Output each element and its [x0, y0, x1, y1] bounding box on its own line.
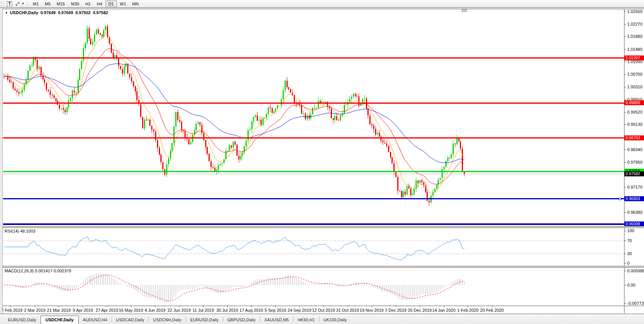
date-tick	[107, 306, 107, 307]
price-tick-label: 0.99130	[627, 122, 642, 127]
macd-tick-label: 0.005986	[627, 269, 644, 273]
rsi-indicator-label: RSI(14) 48.1003	[5, 229, 36, 233]
price-tick-tick	[624, 124, 626, 125]
macd-indicator-label: MACD(12,26,9) 0.001417 0.002379	[5, 269, 71, 273]
hline-0.97658[interactable]	[3, 171, 624, 172]
symbol-ohlc-header: ▼USDCHF,Daily0.976490.976690.975020.9758…	[5, 10, 110, 15]
tab-usdchf-daily[interactable]: USDCHF,Daily	[40, 316, 79, 324]
price-tick-tick	[624, 187, 626, 187]
rsi-tick-label: 70	[627, 238, 632, 243]
rsi-tick-tick	[624, 241, 626, 241]
date-tick	[251, 306, 252, 307]
tab-eurusd-daily[interactable]: EURUSD,Daily	[186, 316, 223, 324]
hline-0.96008[interactable]	[3, 223, 624, 225]
hline-0.99800[interactable]	[3, 103, 624, 104]
tab-usdcnh-daily[interactable]: USDCNH,Daily	[149, 316, 186, 324]
ohlc-high: 0.97669	[58, 10, 73, 15]
price-tick-tick	[624, 162, 626, 163]
price-badge-0.96803: 0.96803	[625, 196, 644, 201]
current-price-line-0.97582	[3, 174, 624, 174]
tab-xauusd-m5[interactable]: XAUUSD,M5	[260, 316, 293, 324]
macd-tick-label: 0.00	[627, 283, 635, 287]
date-tick	[444, 306, 444, 307]
chart-window-left-edge	[0, 8, 3, 324]
chart-canvas[interactable]	[0, 0, 644, 324]
price-tick-label: 0.98340	[627, 147, 642, 152]
price-tick-tick	[624, 11, 626, 12]
pane-splitter-macd[interactable]	[0, 266, 644, 268]
date-tick	[396, 306, 396, 307]
date-tick	[203, 306, 204, 307]
tab-audusd-h4[interactable]: AUDUSD,H4	[79, 316, 112, 324]
date-tick	[227, 306, 228, 307]
price-tick-label: 1.00310	[627, 85, 642, 89]
price-tick-label: 1.01880	[627, 34, 642, 39]
collapse-arrow-icon[interactable]: ▼	[5, 11, 8, 15]
ohlc-open: 0.97649	[40, 10, 56, 15]
date-tick	[131, 306, 131, 307]
rsi-tick-tick	[624, 231, 626, 231]
price-tick-label: 0.99520	[627, 110, 642, 114]
price-tick-tick	[624, 150, 626, 150]
date-tick	[324, 306, 324, 307]
rsi-tick-tick	[624, 254, 626, 254]
price-tick-label: 0.96380	[627, 210, 642, 215]
price-badge-1.01207: 1.01207	[625, 55, 644, 60]
date-tick	[179, 306, 180, 307]
tab-hk50-h1[interactable]: HK50,H1	[293, 316, 319, 324]
ohlc-close: 0.97582	[93, 10, 108, 15]
price-tick-tick	[624, 24, 626, 24]
macd-tick-label: -0.007737	[627, 301, 644, 306]
price-tick-label: 0.97950	[627, 160, 642, 164]
price-tick-tick	[624, 212, 626, 213]
price-badge-0.97582: 0.97582	[625, 171, 644, 176]
date-tick	[420, 306, 420, 307]
tab-uk100-daily[interactable]: UK100,Daily	[319, 316, 351, 324]
pane-splitter-rsi[interactable]	[0, 226, 644, 228]
price-tick-tick	[624, 112, 626, 112]
line-endpoint-marker[interactable]	[619, 198, 621, 200]
date-tick	[372, 306, 372, 307]
rsi-tick-tick	[624, 263, 626, 264]
ohlc-low: 0.97502	[75, 10, 91, 15]
price-tick-tick	[624, 99, 626, 100]
date-tick	[35, 306, 35, 307]
hline-1.01207[interactable]	[3, 57, 624, 59]
macd-tick-tick	[624, 303, 626, 304]
hline-0.96803[interactable]	[3, 198, 624, 199]
date-tick	[11, 306, 11, 307]
hline-0.98703[interactable]	[3, 137, 624, 138]
price-tick-tick	[624, 36, 626, 37]
date-tick	[59, 306, 59, 307]
date-tick	[155, 306, 155, 307]
chart-tabs: EURUSD,DailyUSDCHF,DailyAUDUSD,H4USDCAD,…	[4, 314, 351, 324]
price-badge-0.98703: 0.98703	[625, 135, 644, 140]
price-tick-tick	[624, 74, 626, 75]
date-tick	[468, 306, 468, 307]
tab-usdcad-daily[interactable]: USDCAD,Daily	[112, 316, 149, 324]
date-tick	[275, 306, 276, 307]
date-label: 20 Feb 2020	[476, 308, 508, 313]
price-tick-label: 1.00700	[627, 72, 642, 77]
date-tick	[348, 306, 348, 307]
price-tick-label: 1.02660	[627, 9, 642, 14]
macd-tick-tick	[624, 271, 626, 271]
rsi-tick-label: 100	[627, 228, 634, 233]
price-tick-tick	[624, 62, 626, 62]
date-tick	[492, 306, 492, 307]
chart-tab-bar: EURUSD,DailyUSDCHF,DailyAUDUSD,H4USDCAD,…	[0, 314, 644, 324]
tab-gbpusd-daily[interactable]: GBPUSD,Daily	[223, 316, 260, 324]
mt4-window: T ⤢ ▼ M1M5M15M30H1H4D1W1MN ▼USDCHF,Daily…	[0, 0, 644, 324]
symbol-label: USDCHF,Daily	[10, 10, 38, 15]
rsi-tick-label: 0	[627, 261, 629, 265]
price-tick-tick	[624, 49, 626, 50]
macd-tick-tick	[624, 285, 626, 285]
price-tick-label: 0.97170	[627, 185, 642, 189]
date-tick	[299, 306, 300, 307]
price-tick-label: 1.02270	[627, 22, 642, 26]
chart-scroll-elevator[interactable]	[462, 9, 467, 12]
price-tick-label: 1.01480	[627, 47, 642, 52]
tab-eurusd-daily[interactable]: EURUSD,Daily	[4, 316, 40, 324]
rsi-tick-label: 30	[627, 251, 632, 256]
price-badge-0.99800: 0.99800	[625, 100, 644, 105]
